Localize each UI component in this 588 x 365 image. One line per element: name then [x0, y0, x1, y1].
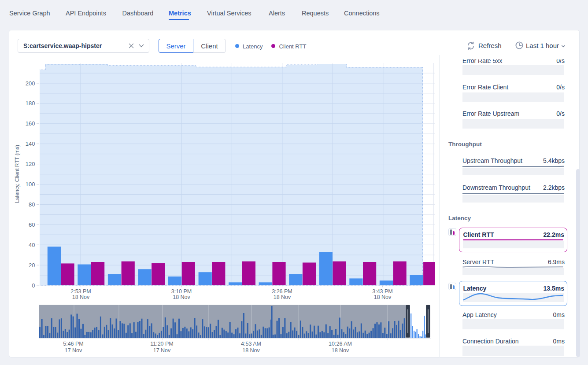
svg-text:0: 0	[32, 282, 35, 289]
svg-text:3:26 PM: 3:26 PM	[272, 288, 292, 295]
svg-text:3:43 PM: 3:43 PM	[372, 288, 393, 295]
svg-text:11:20 PM: 11:20 PM	[150, 341, 174, 347]
svg-text:120: 120	[26, 161, 35, 167]
svg-text:Latency, Client RTT (ms): Latency, Client RTT (ms)	[14, 145, 20, 203]
svg-text:2:53 PM: 2:53 PM	[70, 288, 91, 295]
svg-text:18 Nov: 18 Nov	[173, 294, 190, 300]
svg-text:40: 40	[29, 242, 35, 248]
svg-text:18 Nov: 18 Nov	[242, 347, 260, 354]
svg-text:18 Nov: 18 Nov	[72, 294, 90, 300]
svg-text:160: 160	[26, 120, 35, 127]
svg-text:18 Nov: 18 Nov	[374, 294, 392, 300]
svg-text:180: 180	[26, 100, 35, 107]
svg-text:18 Nov: 18 Nov	[332, 347, 349, 354]
svg-text:80: 80	[29, 201, 35, 208]
svg-text:10:26 AM: 10:26 AM	[329, 341, 352, 347]
svg-text:18 Nov: 18 Nov	[274, 294, 291, 300]
svg-text:5:46 PM: 5:46 PM	[63, 341, 84, 347]
svg-text:200: 200	[26, 80, 35, 87]
svg-text:17 Nov: 17 Nov	[153, 347, 171, 354]
svg-text:4:53 AM: 4:53 AM	[241, 341, 261, 347]
svg-text:60: 60	[29, 221, 35, 228]
svg-text:140: 140	[26, 140, 35, 147]
svg-text:3:10 PM: 3:10 PM	[171, 288, 192, 295]
svg-text:100: 100	[26, 181, 35, 188]
svg-text:17 Nov: 17 Nov	[65, 347, 82, 354]
svg-text:20: 20	[29, 262, 35, 269]
